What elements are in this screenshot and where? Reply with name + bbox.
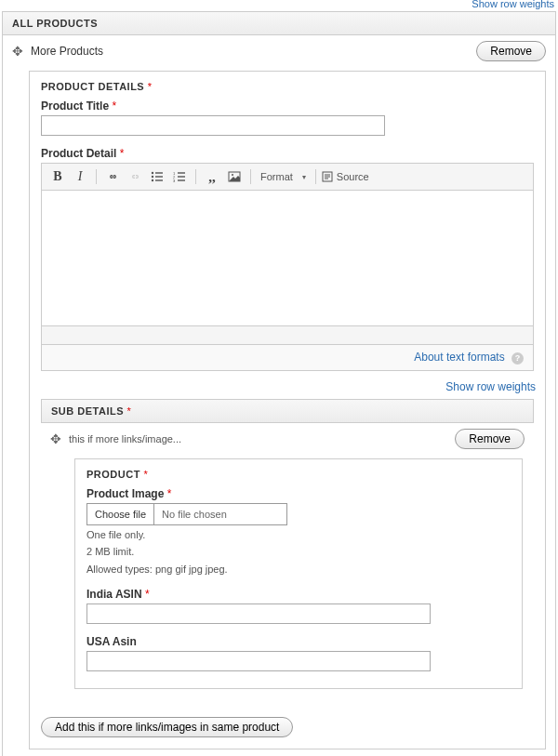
chevron-down-icon: ▾ [302, 173, 306, 181]
italic-icon[interactable]: I [70, 167, 90, 186]
separator-icon [250, 169, 251, 184]
svg-rect-11 [178, 179, 185, 180]
product-details-header: PRODUCT DETAILS * [30, 72, 545, 96]
product-title-input[interactable] [41, 115, 385, 136]
image-icon[interactable] [224, 167, 245, 186]
svg-point-13 [232, 174, 233, 176]
product-inner-header: PRODUCT * [75, 459, 522, 484]
more-products-row: ✥ More Products Remove [3, 35, 555, 67]
file-help-1: One file only. [86, 528, 511, 542]
svg-rect-1 [155, 172, 163, 173]
source-button[interactable]: Source [322, 171, 369, 182]
about-text-formats-link[interactable]: About text formats [414, 351, 504, 364]
all-products-panel: ALL PRODUCTS ✥ More Products Remove PROD… [2, 11, 556, 756]
editor-footer [42, 325, 533, 344]
product-image-field: Product Image * Choose file No file chos… [75, 484, 522, 584]
source-icon [322, 171, 333, 182]
blockquote-icon[interactable]: ,, [202, 167, 222, 186]
link-icon[interactable] [102, 167, 123, 186]
product-detail-label: Product Detail * [41, 147, 534, 160]
india-asin-field: India ASIN * [75, 584, 522, 631]
drag-handle-icon[interactable]: ✥ [12, 45, 23, 58]
show-row-weights-top[interactable]: Show row weights [0, 0, 558, 9]
product-title-field: Product Title * [30, 96, 545, 143]
editor-body[interactable] [42, 191, 533, 325]
remove-sub-button[interactable]: Remove [455, 429, 525, 449]
rich-text-editor: B I 123 ,, [41, 163, 534, 345]
product-details-panel: PRODUCT DETAILS * Product Title * Produc… [29, 71, 546, 749]
svg-rect-5 [155, 179, 163, 180]
bold-icon[interactable]: B [47, 167, 68, 186]
usa-asin-field: USA Asin [75, 631, 522, 688]
editor-toolbar: B I 123 ,, [42, 164, 533, 191]
show-row-weights-link[interactable]: Show row weights [445, 380, 536, 393]
file-help-2: 2 MB limit. [86, 545, 511, 559]
usa-asin-label: USA Asin [86, 635, 511, 648]
show-row-weights-row: Show row weights [30, 371, 545, 399]
svg-rect-3 [155, 176, 163, 177]
separator-icon [96, 169, 97, 184]
sub-details-panel: SUB DETAILS * ✥ this if more links/image… [41, 399, 534, 708]
sub-item-label: this if more links/image... [69, 433, 181, 444]
svg-rect-9 [178, 176, 185, 177]
file-help-3: Allowed types: png gif jpg jpeg. [86, 563, 511, 577]
file-input[interactable]: Choose file No file chosen [86, 503, 287, 525]
usa-asin-input[interactable] [86, 651, 431, 671]
drag-handle-icon[interactable]: ✥ [50, 432, 61, 445]
more-products-label: More Products [31, 45, 103, 58]
unlink-icon [125, 167, 145, 186]
add-sub-button[interactable]: Add this if more links/images in same pr… [41, 717, 293, 737]
svg-point-4 [152, 179, 153, 181]
about-text-formats-row: About text formats ? [42, 345, 533, 370]
svg-point-2 [152, 176, 153, 178]
svg-point-0 [152, 172, 153, 174]
all-products-header: ALL PRODUCTS [3, 12, 555, 35]
product-inner-panel: PRODUCT * Product Image * Choose file No… [74, 458, 523, 689]
india-asin-input[interactable] [86, 603, 431, 624]
numbered-list-icon[interactable]: 123 [169, 167, 190, 186]
svg-text:3: 3 [173, 179, 176, 182]
file-status: No file chosen [154, 503, 287, 525]
separator-icon [315, 169, 316, 184]
remove-product-button[interactable]: Remove [476, 41, 546, 61]
product-image-label: Product Image * [86, 487, 511, 500]
add-sub-row: Add this if more links/images in same pr… [30, 708, 545, 749]
choose-file-button[interactable]: Choose file [86, 503, 154, 525]
bulleted-list-icon[interactable] [147, 167, 167, 186]
format-dropdown[interactable]: Format ▾ [257, 169, 310, 184]
sub-item-row: ✥ this if more links/image... Remove [41, 423, 534, 455]
sub-details-header: SUB DETAILS * [41, 400, 534, 423]
india-asin-label: India ASIN * [86, 588, 511, 601]
product-title-label: Product Title * [41, 99, 534, 113]
product-detail-field: Product Detail * B I [30, 143, 545, 345]
help-icon[interactable]: ? [512, 352, 524, 365]
svg-rect-7 [178, 172, 185, 173]
separator-icon [195, 169, 196, 184]
